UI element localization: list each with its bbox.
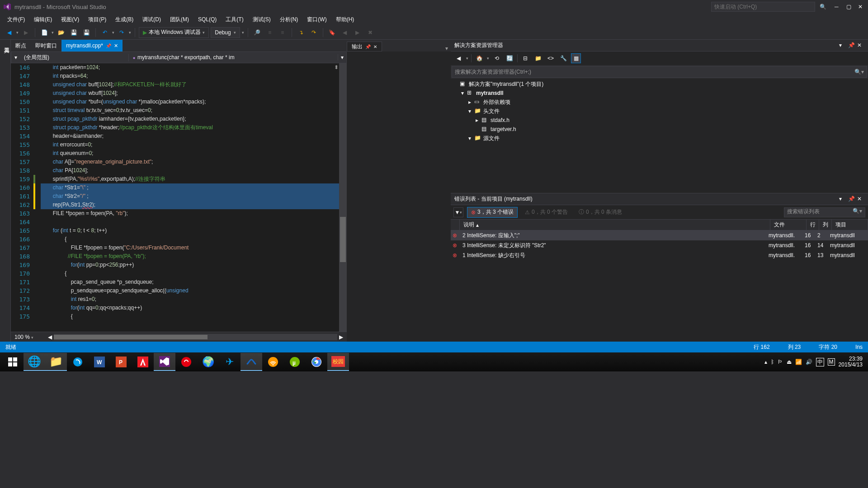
bookmark-prev-button[interactable]: ◀ [340,27,350,38]
minimize-button[interactable]: ─ [835,4,841,10]
tree-node[interactable]: ▤targetver.h [451,125,868,134]
step-button[interactable]: ↴ [296,27,307,38]
close-icon[interactable]: ✕ [857,196,864,203]
dropdown-icon[interactable]: ▾ [11,54,20,61]
quick-launch-input[interactable] [711,2,815,12]
nav-fwd-button[interactable]: ▶ [20,27,31,38]
sync-button[interactable]: ⟲ [492,53,502,63]
taskbar-explorer[interactable]: 📁 [45,353,67,371]
safe-remove-icon[interactable]: ⏏ [787,359,792,365]
menu-item[interactable]: 帮助(H) [332,14,358,25]
taskbar-music[interactable] [175,353,197,371]
messages-toggle[interactable]: ⓘ 0，共 0 条消息 [575,207,626,218]
tree-node[interactable]: ▣解决方案"mytransdll"(1 个项目) [451,80,868,89]
pin-icon[interactable]: 📌 [365,44,371,49]
uncomment-button[interactable]: ≡ [277,27,288,38]
taskbar-wifi[interactable] [262,353,284,371]
dropdown-icon[interactable]: ▾ [839,196,846,203]
undo-button[interactable]: ↶ [99,27,110,38]
refresh-button[interactable]: 🔄 [505,53,514,63]
scope-combo[interactable]: (全局范围) [20,54,129,61]
taskbar-chrome[interactable] [306,353,327,371]
tray-up-icon[interactable]: ▴ [764,359,767,365]
tab-active-file[interactable]: mytransdll.cpp* 📌 ✕ [61,40,123,52]
solution-tree[interactable]: ▣解决方案"mytransdll"(1 个项目)▾⊞mytransdll▸▭外部… [451,79,868,193]
col-description[interactable]: 说明 ▴ [460,220,770,230]
redo-button[interactable]: ↷ [116,27,127,38]
taskbar-adobe[interactable] [132,353,154,371]
pin-icon[interactable]: 📌 [848,42,855,49]
pin-icon[interactable]: 📌 [848,196,855,203]
close-button[interactable]: ✕ [858,4,864,10]
menu-item[interactable]: 视图(V) [57,14,83,25]
save-all-button[interactable]: 💾 [81,27,92,38]
menu-item[interactable]: 工具(T) [222,14,247,25]
tree-node[interactable]: ▸▤stdafx.h [451,116,868,125]
split-horizontal-icon[interactable]: ⬍ [334,64,339,70]
pin-icon[interactable]: 📌 [106,43,111,48]
home-button[interactable]: 🏠 [474,53,484,63]
preview-button[interactable]: ▦ [571,53,581,63]
errors-toggle[interactable]: ⊗ 3，共 3 个错误 [467,207,518,218]
tree-node[interactable]: ▾📁头文件 [451,107,868,116]
tree-node[interactable]: ▾📁源文件 [451,134,868,143]
taskbar-app4[interactable]: 校园 [327,353,349,371]
taskbar-powerpoint[interactable]: P [110,353,132,371]
filter-button[interactable]: ▼▾ [453,207,463,217]
dropdown-icon[interactable]: ▾ [839,42,846,49]
tray-clock[interactable]: 23:39 2015/4/13 [839,356,863,368]
output-body[interactable] [347,52,451,342]
find-button[interactable]: 🔎 [252,27,263,38]
menu-item[interactable]: 团队(M) [166,14,193,25]
back-button[interactable]: ◀ [453,53,463,63]
scroll-right-icon[interactable]: ▶ [339,334,343,340]
member-combo[interactable]: ⬥ mytransfunc(char * exportpath, char * … [129,54,338,61]
tree-node[interactable]: ▾⊞mytransdll [451,89,868,98]
search-icon[interactable]: 🔍 [820,4,826,10]
view-code-button[interactable]: <> [546,53,556,63]
vertical-scrollbar[interactable] [339,63,347,332]
menu-item[interactable]: 窗口(W) [303,14,330,25]
taskbar-app2[interactable]: 🌍 [197,353,219,371]
menu-item[interactable]: 文件(F) [4,14,28,25]
col-project[interactable]: 项目 [832,220,868,230]
menu-item[interactable]: 分析(N) [276,14,302,25]
menu-item[interactable]: 测试(S) [249,14,274,25]
error-row[interactable]: ⊗1 IntelliSense: 缺少右引号mytransdll.1613myt… [451,250,868,260]
taskbar-utorrent[interactable]: µ [284,353,306,371]
volume-icon[interactable]: 🔊 [806,359,812,365]
close-icon[interactable]: ✕ [373,44,377,49]
open-file-button[interactable]: 📂 [56,27,66,38]
system-tray[interactable]: ▴ ᛒ 🏳 ⏏ 📶 🔊 中 M 23:39 2015/4/13 [764,356,866,368]
start-debug-button[interactable]: ▶ 本地 Windows 调试器 ▾ [139,27,209,38]
col-file[interactable]: 文件 [770,220,807,230]
taskbar-vs[interactable] [154,353,175,371]
code-editor[interactable]: 1461471481491501511521531541551561571581… [11,63,347,332]
properties-button[interactable]: 🔧 [558,53,568,63]
bookmark-button[interactable]: 🔖 [327,27,338,38]
nav-back-button[interactable]: ◀ [4,27,14,38]
col-col[interactable]: 列 [819,220,832,230]
close-icon[interactable]: ✕ [114,43,118,49]
maximize-button[interactable]: ▢ [846,4,853,10]
horizontal-scrollbar[interactable] [54,334,337,340]
menu-item[interactable]: 项目(P) [85,14,110,25]
menu-item[interactable]: 生成(B) [112,14,137,25]
dropdown-icon[interactable]: ▾ [443,45,451,52]
menu-item[interactable]: 编辑(E) [30,14,56,25]
menu-item[interactable]: SQL(Q) [194,15,220,24]
error-row[interactable]: ⊗3 IntelliSense: 未定义标识符 "Str2"mytransdll… [451,240,868,250]
error-row[interactable]: ⊗2 IntelliSense: 应输入";"mytransdll.162myt… [451,230,868,240]
col-line[interactable]: 行 [807,220,819,230]
taskbar-word[interactable]: W [89,353,110,371]
bluetooth-icon[interactable]: ᛒ [771,359,774,365]
show-all-button[interactable]: 📁 [533,53,543,63]
menu-item[interactable]: 调试(D) [139,14,165,25]
step-over-button[interactable]: ↷ [308,27,319,38]
start-button[interactable] [2,353,24,371]
close-icon[interactable]: ✕ [857,42,864,49]
tab-breakpoints[interactable]: 断点 [11,40,31,52]
solution-search-input[interactable]: 搜索解决方案资源管理器(Ctrl+;) 🔍▾ [452,66,867,78]
comment-button[interactable]: ≡ [264,27,275,38]
save-button[interactable]: 💾 [68,27,79,38]
